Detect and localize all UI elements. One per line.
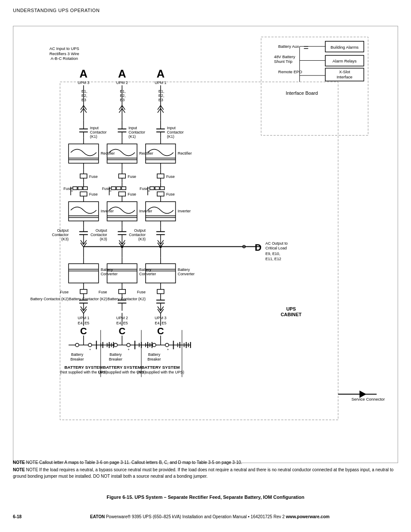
svg-text:E1,: E1, bbox=[81, 89, 87, 93]
svg-text:A: A bbox=[118, 68, 126, 80]
svg-text:Fuse: Fuse bbox=[89, 174, 98, 179]
svg-text:Battery Contactor (K2): Battery Contactor (K2) bbox=[69, 297, 107, 301]
svg-text:AC Input to UPS: AC Input to UPS bbox=[50, 46, 79, 51]
figure-caption: Figure 6-15. UPS System – Separate Recti… bbox=[13, 495, 398, 500]
note-2: NOTE NOTE If the load requires a neutral… bbox=[13, 467, 398, 479]
svg-text:Fuse: Fuse bbox=[60, 290, 68, 294]
svg-text:+: + bbox=[128, 348, 130, 352]
svg-text:+: + bbox=[167, 348, 169, 352]
svg-text:+: + bbox=[89, 348, 91, 352]
svg-text:Converter: Converter bbox=[139, 272, 156, 276]
svg-rect-48 bbox=[68, 144, 99, 163]
svg-text:Contactor: Contactor bbox=[90, 130, 107, 134]
svg-rect-80 bbox=[83, 187, 87, 190]
svg-text:Service Connector: Service Connector bbox=[352, 397, 385, 401]
svg-text:BATTERY SYSTEM: BATTERY SYSTEM bbox=[103, 365, 141, 370]
page-footer: 6-18 EATON Powerware® 9395 UPS (650–825 … bbox=[13, 514, 398, 519]
svg-text:Fuse: Fuse bbox=[137, 290, 146, 294]
svg-text:Battery Contactor (K2): Battery Contactor (K2) bbox=[107, 297, 146, 301]
svg-rect-66 bbox=[80, 174, 87, 178]
svg-text:Interface Board: Interface Board bbox=[286, 90, 318, 96]
svg-text:Converter: Converter bbox=[101, 272, 118, 276]
svg-text:C: C bbox=[118, 326, 125, 336]
svg-rect-102 bbox=[160, 187, 165, 190]
svg-text:X-Slot: X-Slot bbox=[339, 69, 350, 74]
svg-text:CABINET: CABINET bbox=[280, 312, 302, 317]
svg-text:Fuse: Fuse bbox=[128, 192, 136, 196]
footer-center: EATON Powerware® 9395 UPS (650–825 kVA) … bbox=[22, 514, 398, 519]
footer-product: Powerware® 9395 UPS (650–825 kVA) Instal… bbox=[106, 514, 285, 519]
svg-rect-179 bbox=[80, 289, 87, 294]
svg-text:D: D bbox=[255, 242, 262, 253]
svg-rect-107 bbox=[157, 192, 164, 196]
svg-text:Rectifier: Rectifier bbox=[139, 151, 153, 156]
svg-text:Fuse: Fuse bbox=[166, 192, 175, 196]
svg-text:A: A bbox=[156, 68, 165, 80]
diagram-container: AC Input to UPS Rectifiers 3 Wire A-B-C … bbox=[13, 26, 398, 463]
svg-text:Rectifiers 3 Wire: Rectifiers 3 Wire bbox=[50, 51, 79, 56]
svg-text:Converter: Converter bbox=[177, 272, 194, 276]
svg-text:(K1): (K1) bbox=[128, 134, 136, 139]
svg-text:Fuse: Fuse bbox=[89, 192, 98, 196]
footer-page-num: 6-18 bbox=[13, 514, 22, 519]
svg-text:BATTERY SYSTEM: BATTERY SYSTEM bbox=[64, 365, 103, 370]
svg-text:Fuse: Fuse bbox=[99, 290, 107, 294]
svg-text:Input: Input bbox=[167, 126, 176, 130]
svg-text:A-B-C Rotation: A-B-C Rotation bbox=[51, 56, 78, 61]
svg-text:E11, E12: E11, E12 bbox=[265, 257, 281, 261]
svg-rect-101 bbox=[155, 187, 159, 190]
svg-text:(K1): (K1) bbox=[167, 134, 174, 139]
svg-point-217 bbox=[75, 343, 79, 347]
svg-text:E1,: E1, bbox=[120, 89, 125, 93]
svg-point-235 bbox=[114, 343, 117, 347]
svg-text:Battery: Battery bbox=[148, 352, 161, 357]
page-header: UNDERSTANDING UPS OPERATION bbox=[13, 8, 100, 13]
svg-text:UPM 1: UPM 1 bbox=[155, 81, 166, 85]
svg-text:Fuse: Fuse bbox=[63, 187, 72, 191]
svg-text:Contactor: Contactor bbox=[52, 233, 69, 237]
svg-text:C: C bbox=[157, 326, 164, 336]
figure-caption-text: Figure 6-15. UPS System – Separate Recti… bbox=[107, 495, 305, 500]
svg-text:A: A bbox=[80, 68, 88, 80]
svg-text:Battery Contactor (K2): Battery Contactor (K2) bbox=[30, 297, 68, 301]
svg-text:Battery: Battery bbox=[177, 268, 190, 272]
svg-text:E2,: E2, bbox=[81, 93, 87, 98]
notes-section: NOTE NOTE Callout letter A maps to Table… bbox=[13, 459, 398, 480]
svg-text:Fuse: Fuse bbox=[102, 187, 111, 191]
svg-text:48V Battery: 48V Battery bbox=[274, 54, 296, 59]
svg-text:Battery: Battery bbox=[71, 352, 84, 357]
svg-text:UPM 2: UPM 2 bbox=[116, 81, 128, 85]
svg-text:Battery Aux: Battery Aux bbox=[278, 44, 299, 49]
svg-text:Contactor: Contactor bbox=[90, 233, 107, 237]
svg-text:AC Output to: AC Output to bbox=[265, 241, 288, 246]
svg-text:(K3): (K3) bbox=[100, 237, 107, 241]
svg-text:UPS: UPS bbox=[286, 306, 296, 311]
note-1: NOTE NOTE Callout letter A maps to Table… bbox=[13, 459, 398, 466]
svg-text:(K3): (K3) bbox=[138, 237, 146, 241]
svg-text:Input: Input bbox=[90, 126, 99, 130]
svg-text:Output: Output bbox=[96, 228, 107, 233]
svg-text:Critical Load: Critical Load bbox=[265, 246, 287, 250]
svg-text:Battery: Battery bbox=[109, 352, 122, 357]
svg-text:(K1): (K1) bbox=[90, 134, 97, 139]
svg-point-254 bbox=[165, 343, 169, 347]
svg-text:Output: Output bbox=[57, 228, 68, 233]
svg-text:E1,: E1, bbox=[159, 89, 164, 93]
svg-text:Rectifier: Rectifier bbox=[177, 151, 192, 156]
svg-text:Contactor: Contactor bbox=[129, 233, 146, 237]
svg-text:Breaker: Breaker bbox=[147, 357, 161, 361]
svg-rect-85 bbox=[80, 192, 87, 196]
svg-text:BATTERY SYSTEM: BATTERY SYSTEM bbox=[141, 365, 180, 370]
svg-text:Contactor: Contactor bbox=[128, 130, 145, 134]
svg-text:C: C bbox=[80, 326, 87, 336]
svg-text:Output: Output bbox=[134, 228, 146, 233]
svg-rect-89 bbox=[112, 187, 116, 190]
svg-rect-91 bbox=[121, 187, 126, 190]
svg-rect-96 bbox=[118, 192, 125, 196]
svg-rect-100 bbox=[150, 187, 154, 190]
svg-rect-78 bbox=[73, 187, 77, 190]
note-1-text: NOTE Callout letter A maps to Table 3-6 … bbox=[26, 460, 243, 465]
svg-rect-185 bbox=[157, 289, 164, 294]
svg-text:Fuse: Fuse bbox=[128, 174, 136, 179]
svg-point-218 bbox=[88, 343, 92, 347]
